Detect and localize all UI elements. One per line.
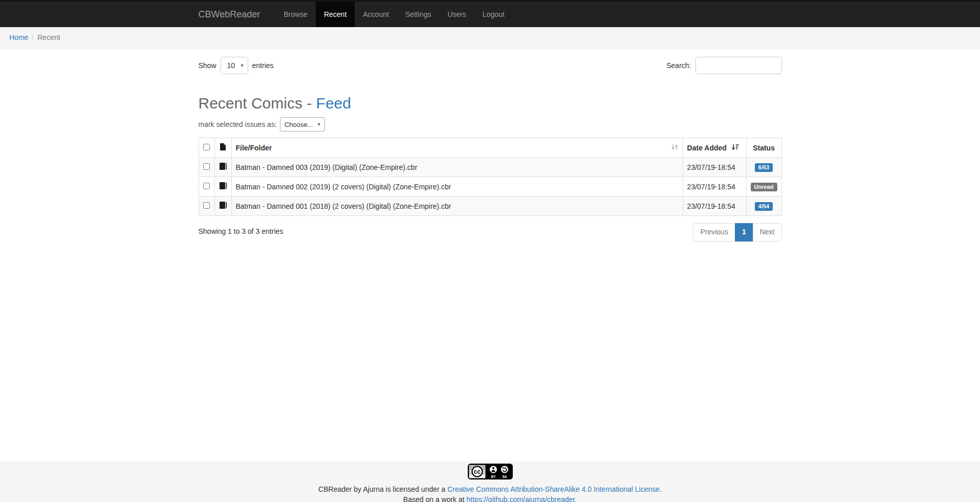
row-checkbox[interactable] [203, 202, 210, 209]
entries-label: entries [252, 61, 274, 70]
row-checkbox[interactable] [203, 183, 210, 189]
cc-by-label: BY [491, 475, 496, 478]
sort-desc-icon [731, 144, 739, 152]
book-icon [219, 183, 227, 191]
row-checkbox[interactable] [203, 163, 210, 170]
select-all-checkbox[interactable] [203, 144, 210, 150]
status-badge: 6/53 [755, 163, 773, 172]
mark-selected-label: mark selected issues as: [199, 120, 277, 128]
column-header-date-added[interactable]: Date Added [683, 138, 746, 158]
mark-selected-control: mark selected issues as: Choose... ▾ [199, 117, 782, 132]
table-info: Showing 1 to 3 of 3 entries [199, 223, 284, 235]
table-row[interactable]: Batman - Damned 001 (2018) (2 covers) (D… [199, 197, 781, 216]
date-added-cell: 23/07/19-18:54 [683, 177, 746, 197]
nav-item-settings[interactable]: Settings [397, 2, 440, 27]
license-line: CBReader by Ajurna is licensed under a C… [0, 484, 980, 494]
sort-both-icon [671, 144, 679, 152]
brand-cbwebreader[interactable]: CBWebReader [199, 2, 268, 27]
status-header-label: Status [753, 144, 775, 152]
show-label: Show [199, 61, 216, 70]
date-added-header-label: Date Added [687, 144, 727, 152]
column-header-file-folder[interactable]: File/Folder [231, 138, 683, 158]
file-name-cell[interactable]: Batman - Damned 002 (2019) (2 covers) (D… [231, 177, 683, 197]
pagination-next-button[interactable]: Next [753, 223, 782, 242]
select-all-header [199, 138, 214, 158]
cc-by-sa-badge[interactable]: cc BY SA [468, 464, 513, 479]
page-title-text: Recent Comics - [199, 95, 316, 112]
table-header-row: File/Folder Date Added Stat [199, 138, 781, 158]
nav-item-browse[interactable]: Browse [275, 2, 316, 27]
status-badge: 4/54 [755, 202, 773, 211]
breadcrumb-separator: / [28, 33, 37, 41]
date-added-cell: 23/07/19-18:54 [683, 158, 746, 177]
license-link[interactable]: Creative Commons Attribution-ShareAlike … [447, 485, 662, 493]
site-footer: cc BY SA CBReader by Ajurna is licensed … [0, 461, 980, 502]
file-name-cell[interactable]: Batman - Damned 001 (2018) (2 covers) (D… [231, 197, 683, 216]
book-icon [219, 203, 227, 211]
breadcrumb-current: Recent [37, 33, 60, 41]
file-type-header [214, 138, 231, 158]
source-line: Based on a work at https://github.com/aj… [0, 494, 980, 502]
column-header-status: Status [746, 138, 781, 158]
search-label: Search: [666, 61, 691, 70]
nav-item-users[interactable]: Users [439, 2, 474, 27]
pagination-page-1-button[interactable]: 1 [735, 223, 753, 242]
file-folder-header-label: File/Folder [236, 144, 272, 152]
license-text: CBReader by Ajurna is licensed under a [318, 485, 445, 493]
search-control: Search: [666, 57, 781, 74]
nav-item-logout[interactable]: Logout [474, 2, 513, 27]
status-badge: Unread [751, 183, 777, 191]
pagination: Previous 1 Next [693, 223, 781, 242]
nav-item-recent[interactable]: Recent [316, 2, 355, 27]
cc-sa-label: SA [502, 475, 507, 478]
mark-selected-select[interactable]: Choose... [280, 117, 325, 132]
breadcrumb: Home/Recent [0, 27, 980, 50]
file-icon [220, 144, 226, 152]
main-nav: Browse Recent Account Settings Users Log… [275, 2, 513, 27]
page-title: Recent Comics - Feed [199, 95, 782, 112]
nav-item-account[interactable]: Account [355, 2, 397, 27]
feed-link[interactable]: Feed [316, 95, 351, 112]
entries-length-control: Show 10 ▾ entries [199, 57, 274, 74]
top-navbar: CBWebReader Browse Recent Account Settin… [0, 0, 980, 27]
file-name-cell[interactable]: Batman - Damned 003 (2019) (Digital) (Zo… [231, 158, 683, 177]
cc-logo-text: cc [473, 468, 481, 475]
entries-length-select[interactable]: 10 [221, 57, 248, 74]
pagination-previous-button[interactable]: Previous [693, 223, 735, 242]
main-content: Show 10 ▾ entries Search: Recent Comics … [199, 57, 782, 461]
recent-comics-table: File/Folder Date Added Stat [199, 138, 782, 216]
table-row[interactable]: Batman - Damned 002 (2019) (2 covers) (D… [199, 177, 781, 197]
search-input[interactable] [695, 57, 782, 74]
source-text: Based on a work at [403, 495, 465, 502]
date-added-cell: 23/07/19-18:54 [683, 197, 746, 216]
table-row[interactable]: Batman - Damned 003 (2019) (Digital) (Zo… [199, 158, 781, 177]
breadcrumb-home-link[interactable]: Home [9, 33, 28, 41]
book-icon [219, 164, 227, 172]
github-link[interactable]: https://github.com/ajurna/cbreader. [467, 495, 577, 502]
